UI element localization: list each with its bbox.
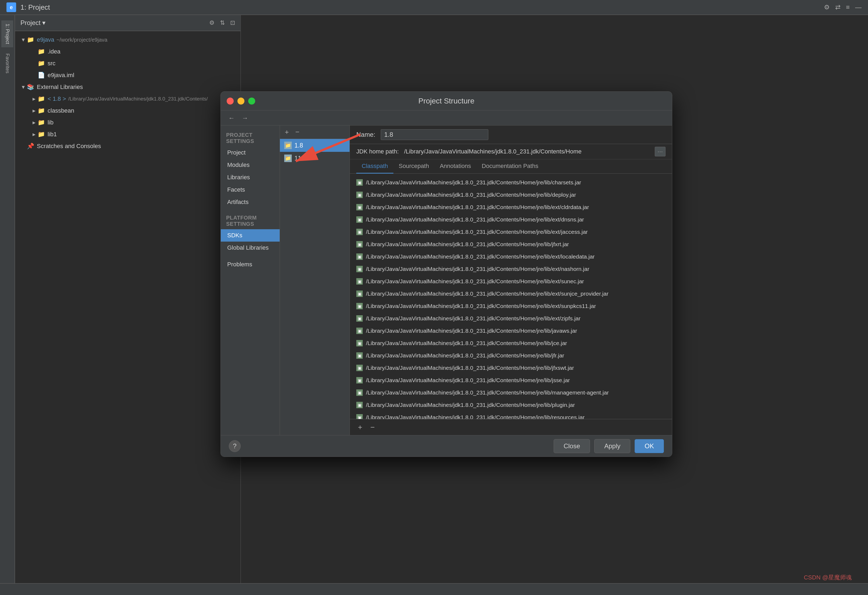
browse-path-button[interactable]: ⋯ [655, 147, 666, 156]
classpath-entry: ▣/Library/Java/JavaVirtualMachines/jdk1.… [350, 189, 672, 201]
classpath-bottom-toolbar: + − [350, 419, 672, 435]
platform-settings-section: Platform Settings [221, 212, 280, 229]
tree-item-jdk18[interactable]: ▸ 📁 < 1.8 > /Library/Java/JavaVirtualMac… [15, 93, 241, 105]
dialog-titlebar: Project Structure [221, 92, 672, 110]
sdk-name-row: Name: [350, 125, 672, 144]
status-bar [0, 583, 868, 595]
jar-icon: ▣ [356, 266, 363, 272]
classpath-entry: ▣/Library/Java/JavaVirtualMachines/jdk1.… [350, 176, 672, 189]
dialog-footer: ? Close Apply OK [221, 435, 672, 457]
title-bar-icons: ⚙ ⇄ ≡ — [824, 3, 862, 11]
nav-item-libraries[interactable]: Libraries [221, 171, 280, 184]
sort-icon[interactable]: ⇅ [220, 19, 225, 27]
jar-icon: ▣ [356, 377, 363, 383]
remove-classpath-button[interactable]: − [368, 422, 377, 433]
classpath-entry: ▣/Library/Java/JavaVirtualMachines/jdk1.… [350, 275, 672, 287]
sdk-list-toolbar: + − [280, 125, 350, 139]
close-button[interactable]: Close [554, 439, 590, 453]
classpath-entry: ▣/Library/Java/JavaVirtualMachines/jdk1.… [350, 300, 672, 312]
expand-icon[interactable]: ⊡ [230, 19, 235, 27]
sidebar-tab-favorites[interactable]: Favorites [1, 50, 13, 77]
tab-annotations[interactable]: Annotations [434, 159, 476, 174]
tab-classpath[interactable]: Classpath [356, 159, 393, 174]
jar-icon: ▣ [356, 290, 363, 297]
sdk-folder-icon: 📁 [284, 141, 292, 149]
sidebar-tab-project[interactable]: 1: Project [1, 21, 13, 47]
classpath-entry: ▣/Library/Java/JavaVirtualMachines/jdk1.… [350, 201, 672, 214]
jar-icon: ▣ [356, 191, 363, 198]
nav-item-facets[interactable]: Facets [221, 184, 280, 196]
forward-button[interactable]: → [239, 113, 250, 123]
minimize-button[interactable] [238, 97, 244, 105]
tree-item-external-libs[interactable]: ▾ 📚 External Libraries [15, 81, 241, 93]
tab-sourcepath[interactable]: Sourcepath [393, 159, 434, 174]
panel-header-icons: ⚙ ⇅ ⊡ [209, 19, 235, 27]
tree-item-lib1[interactable]: ▸ 📁 lib1 [15, 128, 241, 140]
sdk-item-label-11: 11 [294, 155, 301, 162]
jar-icon: ▣ [356, 253, 363, 260]
classpath-entry: ▣/Library/Java/JavaVirtualMachines/jdk1.… [350, 226, 672, 238]
jar-icon: ▣ [356, 204, 363, 211]
nav-item-artifacts[interactable]: Artifacts [221, 196, 280, 208]
jar-icon: ▣ [356, 365, 363, 371]
remove-sdk-button[interactable]: − [293, 127, 301, 137]
classpath-entry: ▣/Library/Java/JavaVirtualMachines/jdk1.… [350, 325, 672, 337]
jar-icon: ▣ [356, 229, 363, 235]
jar-icon: ▣ [356, 315, 363, 322]
jar-icon: ▣ [356, 303, 363, 309]
minimize-icon[interactable]: — [855, 3, 862, 11]
add-sdk-button[interactable]: + [283, 127, 291, 137]
title-bar: e 1: Project ⚙ ⇄ ≡ — [0, 0, 868, 15]
left-sidebar: 1: Project Favorites [0, 15, 15, 595]
dialog-body: Project Settings Project Modules Librari… [221, 125, 672, 435]
split-icon[interactable]: ⇄ [835, 3, 841, 11]
sdk-item-18[interactable]: 📁 1.8 [280, 139, 350, 152]
tree-item-iml[interactable]: 📄 e9java.iml [15, 69, 241, 81]
jar-icon: ▣ [356, 241, 363, 247]
project-panel: Project ▾ ⚙ ⇅ ⊡ ▾ 📁 e9java ~/work/projec… [15, 15, 241, 595]
sdk-folder-icon-11: 📁 [284, 155, 292, 162]
tree-item-scratches[interactable]: 📌 Scratches and Consoles [15, 140, 241, 152]
back-button[interactable]: ← [226, 113, 237, 123]
classpath-entry: ▣/Library/Java/JavaVirtualMachines/jdk1.… [350, 250, 672, 263]
jar-icon: ▣ [356, 414, 363, 419]
sdk-tabs: Classpath Sourcepath Annotations Documen… [350, 159, 672, 174]
close-button[interactable] [227, 97, 234, 105]
nav-item-problems[interactable]: Problems [221, 258, 280, 271]
sdk-list-panel: + − 📁 1.8 📁 11 [280, 125, 350, 435]
sdk-name-input[interactable] [381, 129, 488, 140]
dialog-title: Project Structure [418, 97, 475, 105]
tree-item-idea[interactable]: 📁 .idea [15, 46, 241, 57]
jar-icon: ▣ [356, 278, 363, 284]
gear-icon[interactable]: ⚙ [209, 19, 215, 27]
nav-item-sdks[interactable]: SDKs [221, 229, 280, 242]
tree-item-src[interactable]: 📁 src [15, 57, 241, 69]
name-label: Name: [356, 131, 375, 138]
classpath-entry: ▣/Library/Java/JavaVirtualMachines/jdk1.… [350, 362, 672, 374]
dialog-toolbar: ← → [221, 110, 672, 125]
add-classpath-button[interactable]: + [355, 422, 365, 433]
help-button[interactable]: ? [229, 440, 241, 452]
nav-item-global-libs[interactable]: Global Libraries [221, 242, 280, 254]
sdk-item-11[interactable]: 📁 11 [280, 152, 350, 165]
tree-item-classbean[interactable]: ▸ 📁 classbean [15, 105, 241, 116]
ok-button[interactable]: OK [635, 439, 664, 453]
sdk-detail-panel: Name: JDK home path: /Library/Java/JavaV… [350, 125, 672, 435]
classpath-entry: ▣/Library/Java/JavaVirtualMachines/jdk1.… [350, 399, 672, 411]
project-settings-section: Project Settings [221, 130, 280, 146]
classpath-list: ▣/Library/Java/JavaVirtualMachines/jdk1.… [350, 174, 672, 419]
dialog-nav: Project Settings Project Modules Librari… [221, 125, 280, 435]
maximize-button[interactable] [248, 97, 255, 105]
panel-title: Project ▾ [21, 19, 209, 27]
nav-item-project[interactable]: Project [221, 146, 280, 159]
project-structure-dialog: Project Structure ← → Project Settings P… [220, 91, 672, 457]
classpath-entry: ▣/Library/Java/JavaVirtualMachines/jdk1.… [350, 287, 672, 300]
tree-item-lib[interactable]: ▸ 📁 lib [15, 116, 241, 128]
apply-button[interactable]: Apply [594, 439, 630, 453]
nav-item-modules[interactable]: Modules [221, 159, 280, 171]
tree-item-e9java[interactable]: ▾ 📁 e9java ~/work/project/e9java [15, 34, 241, 46]
menu-icon[interactable]: ≡ [846, 3, 850, 11]
settings-icon[interactable]: ⚙ [824, 3, 830, 11]
app-icon: e [6, 2, 16, 12]
tab-documentation-paths[interactable]: Documentation Paths [477, 159, 544, 174]
